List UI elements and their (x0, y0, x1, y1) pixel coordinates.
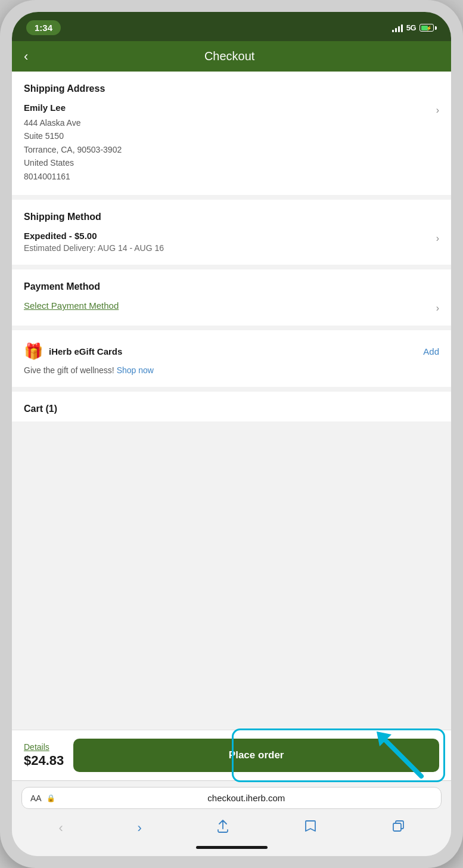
browser-bookmark-button[interactable] (298, 817, 323, 839)
address-line-1: 444 Alaska Ave (24, 116, 429, 129)
page-title: Checkout (38, 49, 421, 63)
battery-tip (435, 26, 437, 30)
place-order-button[interactable]: Place order (73, 739, 439, 772)
status-time: 1:34 (26, 20, 61, 35)
payment-method-row[interactable]: Select Payment Method › (24, 300, 439, 314)
select-payment-method-link[interactable]: Select Payment Method (24, 300, 119, 311)
phone-frame: 1:34 5G ⚡ ‹ Checkout (0, 0, 463, 868)
address-line-2: Suite 5150 (24, 129, 429, 142)
browser-tabs-button[interactable] (386, 817, 411, 839)
shipping-address-content: Emily Lee 444 Alaska Ave Suite 5150 Torr… (24, 103, 429, 183)
status-bar: 1:34 5G ⚡ (12, 12, 451, 41)
shipping-method-section: Shipping Method Expedited - $5.00 Estima… (12, 200, 451, 265)
battery-bolt-icon: ⚡ (426, 25, 432, 30)
shipping-method-content: Expedited - $5.00 Estimated Delivery: AU… (24, 231, 429, 253)
payment-method-chevron-icon: › (436, 303, 439, 314)
shipping-address-section: Shipping Address Emily Lee 444 Alaska Av… (12, 72, 451, 195)
browser-nav: ‹ › (21, 815, 442, 844)
cart-section: Cart (1) (12, 392, 451, 421)
network-label: 5G (406, 23, 416, 32)
shipping-method-title: Shipping Method (24, 212, 439, 222)
payment-method-title: Payment Method (24, 281, 439, 292)
lock-icon: 🔒 (46, 794, 55, 802)
phone-inner: 1:34 5G ⚡ ‹ Checkout (12, 12, 451, 856)
shop-now-link[interactable]: Shop now (117, 365, 154, 375)
gift-card-icon: 🎁 (24, 342, 43, 361)
gift-card-title: iHerb eGift Cards (49, 346, 122, 356)
payment-method-section: Payment Method Select Payment Method › (12, 269, 451, 326)
shipping-address-title: Shipping Address (24, 83, 439, 94)
url-bar[interactable]: AA 🔒 checkout.iherb.com (21, 787, 442, 809)
order-details-block: Details $24.83 (24, 742, 64, 768)
aa-text[interactable]: AA (30, 793, 42, 803)
browser-share-button[interactable] (210, 817, 235, 839)
shipping-method-chevron-icon: › (436, 233, 439, 244)
nav-header: ‹ Checkout (12, 41, 451, 72)
gift-cards-section: 🎁 iHerb eGift Cards Add Give the gift of… (12, 330, 451, 387)
shipping-method-row[interactable]: Expedited - $5.00 Estimated Delivery: AU… (24, 231, 439, 253)
shipping-address-row[interactable]: Emily Lee 444 Alaska Ave Suite 5150 Torr… (24, 103, 439, 183)
url-text: checkout.iherb.com (60, 793, 433, 803)
browser-back-button[interactable]: ‹ (52, 818, 69, 838)
gift-desc-prefix: Give the gift of wellness! (24, 365, 117, 375)
main-content: Shipping Address Emily Lee 444 Alaska Av… (12, 72, 451, 730)
shipping-method-name: Expedited - $5.00 (24, 231, 429, 241)
address-line-3: Torrance, CA, 90503-3902 (24, 143, 429, 156)
browser-forward-button[interactable]: › (132, 818, 148, 838)
bottom-bar: Details $24.83 Place order (12, 730, 451, 780)
shipping-address-chevron-icon: › (436, 105, 439, 116)
order-total-price: $24.83 (24, 753, 64, 768)
battery-body: ⚡ (420, 24, 434, 32)
gift-title-row: 🎁 iHerb eGift Cards (24, 342, 122, 361)
svg-rect-0 (393, 823, 401, 831)
gift-cards-header: 🎁 iHerb eGift Cards Add (24, 342, 439, 361)
address-line-4: United States (24, 156, 429, 169)
signal-bars (392, 24, 403, 32)
address-phone: 8014001161 (24, 170, 429, 183)
estimated-delivery: Estimated Delivery: AUG 14 - AUG 16 (24, 243, 429, 253)
cart-title: Cart (1) (24, 404, 439, 414)
home-indicator (196, 846, 268, 849)
details-link[interactable]: Details (24, 742, 64, 752)
gift-card-add-button[interactable]: Add (423, 346, 439, 356)
recipient-name: Emily Lee (24, 103, 429, 113)
browser-bar: AA 🔒 checkout.iherb.com ‹ › (12, 780, 451, 856)
gift-card-description: Give the gift of wellness! Shop now (24, 365, 439, 375)
back-button[interactable]: ‹ (24, 50, 28, 63)
battery-icon: ⚡ (420, 24, 437, 32)
status-icons: 5G ⚡ (392, 23, 437, 32)
